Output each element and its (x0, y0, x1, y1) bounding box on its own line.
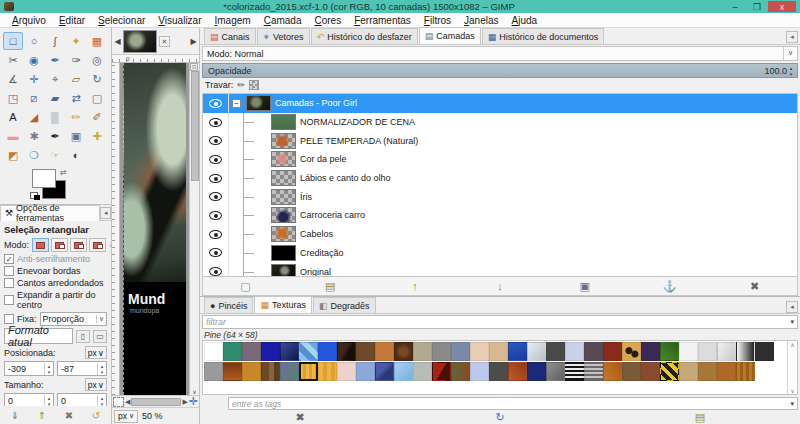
checkbox[interactable] (4, 278, 14, 288)
layer-name[interactable]: Cor da pele (300, 154, 347, 164)
layer-name[interactable]: Original (300, 267, 331, 277)
pattern-swatch[interactable] (413, 342, 432, 361)
pattern-swatch[interactable] (356, 342, 375, 361)
pattern-swatch[interactable] (432, 342, 451, 361)
pattern-scrollbar[interactable]: ∧ ∨ (787, 341, 797, 394)
ellipse-select[interactable]: ○ (24, 32, 44, 50)
layer-row[interactable]: − Lábios e canto do olho (203, 169, 797, 188)
layer-thumbnail[interactable] (271, 245, 296, 261)
select-by-color[interactable]: ▦ (87, 32, 107, 50)
dodge-burn[interactable]: ◐ (66, 146, 86, 164)
free-select[interactable]: ʃ (45, 32, 65, 50)
menu-item[interactable]: Visualizar (152, 14, 207, 27)
pattern-swatch[interactable] (736, 362, 755, 381)
pattern-swatch[interactable] (698, 342, 717, 361)
spin-arrows-icon[interactable]: ▴▾ (787, 65, 795, 77)
save-options-button[interactable]: ⇓ (6, 408, 24, 422)
lock-pixels-icon[interactable]: ✏ (237, 80, 245, 90)
image-thumbnail[interactable] (123, 30, 157, 53)
layer-name[interactable]: Íris (300, 192, 312, 202)
pattern-swatch[interactable] (375, 362, 394, 381)
pattern-swatch[interactable] (565, 362, 584, 381)
spin-arrows-icon[interactable]: ▴▾ (97, 395, 106, 407)
layer-thumbnail[interactable] (271, 207, 296, 223)
expander-icon[interactable]: − (232, 99, 241, 108)
position-x-spinner[interactable]: -309 ▴▾ (4, 361, 54, 376)
pattern-swatch[interactable] (508, 342, 527, 361)
pattern-swatch[interactable] (565, 342, 584, 361)
size-unit-select[interactable]: px ∨ (85, 378, 107, 391)
canvas-image[interactable]: Mund mundopa (123, 63, 186, 395)
tag-entry-input[interactable]: entre as tags ▾ (228, 397, 798, 410)
checkbox[interactable]: ✓ (4, 254, 14, 264)
layer-row[interactable]: − Cor da pele (203, 150, 797, 169)
layer-thumbnail[interactable] (271, 189, 296, 205)
visibility-toggle[interactable] (203, 206, 229, 225)
delete-pattern-button[interactable]: ✖ (288, 411, 312, 424)
layer-row[interactable]: − Cabelos (203, 225, 797, 244)
layer-mode-select[interactable]: Modo: Normal ∨ (202, 46, 798, 61)
layer-name[interactable]: Carroceria carro (300, 210, 365, 220)
smudge[interactable]: ☞ (45, 146, 65, 164)
aspect-ratio-input[interactable]: Formato atual (4, 328, 73, 344)
pattern-swatch[interactable] (394, 362, 413, 381)
minimize-button[interactable]: – (724, 1, 746, 12)
scroll-left-icon[interactable]: ◀ (125, 398, 130, 406)
pattern-swatch[interactable] (242, 362, 261, 381)
shear[interactable]: ⧄ (24, 89, 44, 107)
paths[interactable]: ✒ (45, 51, 65, 69)
raise-layer-button[interactable]: ↑ (403, 280, 427, 292)
scroll-down-icon[interactable]: ∨ (790, 387, 794, 394)
tab-channels[interactable]: ▤ Canais (204, 28, 256, 44)
menu-item[interactable]: Imagem (209, 14, 257, 27)
text[interactable]: A (3, 108, 23, 126)
layer-name[interactable]: Cabelos (300, 229, 333, 239)
pattern-swatch[interactable] (603, 342, 622, 361)
zoom-level[interactable]: 50 % (142, 411, 163, 421)
close-image-icon[interactable]: ✕ (159, 36, 170, 47)
pattern-swatch[interactable] (717, 362, 736, 381)
close-button[interactable]: x (768, 1, 796, 12)
anchor-layer-button[interactable]: ⚓ (658, 280, 682, 293)
pattern-swatch[interactable] (546, 342, 565, 361)
tab-menu-button[interactable]: ◂ (786, 31, 798, 43)
checkbox-row[interactable]: ✓ Anti-serrilhamento (4, 254, 107, 264)
checkbox-row[interactable]: Expandir a partir do centro (4, 290, 107, 310)
pattern-swatch[interactable] (432, 362, 451, 381)
mode-replace[interactable] (32, 238, 49, 252)
tab-menu-button[interactable]: ◂ (786, 301, 798, 313)
lower-layer-button[interactable]: ↓ (488, 280, 512, 292)
pattern-swatch[interactable] (622, 362, 641, 381)
pattern-swatch[interactable] (584, 362, 603, 381)
layer-row[interactable]: − Creditação (203, 244, 797, 263)
pattern-swatch[interactable] (204, 362, 223, 381)
layer-name[interactable]: PELE TEMPERADA (Natural) (300, 136, 418, 146)
layer-name[interactable]: NORMALIZADOR DE CENA (300, 117, 415, 127)
pattern-swatch[interactable] (299, 362, 318, 381)
canvas-viewport[interactable]: Mund mundopa (120, 63, 189, 395)
mode-add[interactable] (51, 238, 68, 252)
eraser[interactable]: ▬ (3, 127, 23, 145)
vertical-ruler[interactable] (112, 63, 120, 395)
menu-item[interactable]: Arquivo (6, 14, 52, 27)
maximize-button[interactable]: ❐ (746, 1, 768, 12)
pattern-swatch[interactable] (318, 342, 337, 361)
layer-thumbnail[interactable] (271, 170, 296, 186)
pattern-swatch[interactable] (736, 342, 755, 361)
visibility-toggle[interactable] (203, 187, 229, 206)
lock-alpha-icon[interactable] (249, 80, 259, 90)
pattern-swatch[interactable] (261, 342, 280, 361)
cage-transform[interactable]: ▢ (87, 89, 107, 107)
horizontal-scroll-thumb[interactable] (131, 398, 181, 406)
layer-name[interactable]: Camadas - Poor Girl (275, 98, 357, 108)
menu-item[interactable]: Cores (308, 14, 347, 27)
pattern-swatch[interactable] (508, 362, 527, 381)
pattern-swatch[interactable] (527, 342, 546, 361)
pattern-swatch[interactable] (679, 342, 698, 361)
pattern-swatch[interactable] (546, 362, 565, 381)
visibility-toggle[interactable] (203, 244, 229, 263)
layer-row[interactable]: − PELE TEMPERADA (Natural) (203, 131, 797, 150)
pattern-swatch[interactable] (204, 342, 223, 361)
prev-image-icon[interactable]: ◀ (113, 31, 122, 51)
layer-row[interactable]: − Íris (203, 187, 797, 206)
